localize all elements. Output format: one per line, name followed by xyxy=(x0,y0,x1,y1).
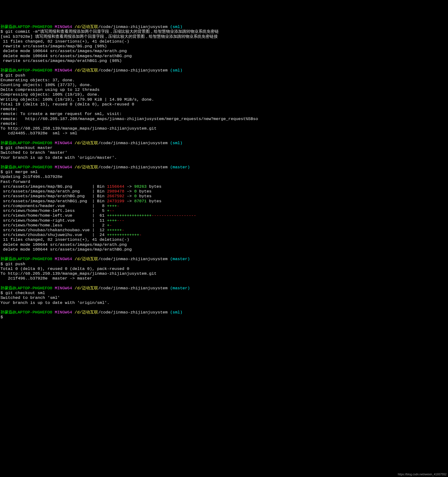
output-line: rewrite src/assets/images/map/erathBG1.p… xyxy=(0,59,122,63)
output-line: Your branch is up to date with 'origin/m… xyxy=(0,155,117,160)
output-line: delete mode 100644 src/assets/images/map… xyxy=(0,247,132,252)
arrow: -> xyxy=(124,184,134,189)
diffstat-row: src/views/zhoubao/shujuweihu.vue | 24 ++… xyxy=(0,233,142,237)
prompt-user: 孙蒙磊@LAPTOP-PHGHEFO0 xyxy=(0,165,52,170)
command-line: $ git checkout sml xyxy=(0,291,45,295)
minus-bar: - xyxy=(139,233,142,237)
output-line: Total 0 (delta 0), reused 0 (delta 0), p… xyxy=(0,267,129,271)
output-line: cd24485..b37928e sml -> sml xyxy=(0,131,77,136)
bytes-label: bytes xyxy=(137,194,151,198)
file-path: src/views/zhoubao/chakanzhoubao.vue | 12 xyxy=(0,228,107,233)
prompt-env: MINGW64 xyxy=(55,310,72,315)
cmd-text: git commit -m"填写周报和查看周报添加两个回显字段，压缩比较大的背景… xyxy=(6,30,219,34)
bytes-label: bytes xyxy=(147,199,161,203)
file-path: src/components/header.vue | 8 xyxy=(0,204,107,208)
output-line: Writing objects: 100% (19/19), 179.90 Ki… xyxy=(0,97,154,102)
diffstat-row: src/views/home/home.less | 2 +- xyxy=(0,223,112,228)
blank-line xyxy=(0,136,3,141)
prompt-env: MINGW64 xyxy=(55,286,72,291)
cmd-text: git push xyxy=(6,73,25,78)
command-line: $ git checkout master xyxy=(0,146,52,150)
output-line: remote: xyxy=(0,121,18,126)
diffstat-row: src/views/zhoubao/chakanzhoubao.vue | 12… xyxy=(0,228,124,233)
command-line: $ git merge sml xyxy=(0,170,38,174)
command-line: $ git push xyxy=(0,262,25,266)
plus-bar: +++++++++++++ xyxy=(107,233,139,237)
bin-label: | Bin xyxy=(92,189,107,194)
cmd-text: git merge sml xyxy=(6,170,38,174)
prompt-path-repo: /code/jinmao-zhijianjusystem xyxy=(98,286,167,291)
output-line: delete mode 100644 src/assets/images/map… xyxy=(0,49,127,53)
old-size: 2989478 xyxy=(107,189,124,194)
file-path: src/views/home/home-left.vue | 61 xyxy=(0,213,107,218)
file-path: src/assets/images/map/BG.png xyxy=(0,184,92,189)
prompt-path-repo: /code/jinmao-zhijianjusystem xyxy=(98,25,167,29)
prompt-env: MINGW64 xyxy=(55,165,72,170)
prompt-user: 孙蒙磊@LAPTOP-PHGHEFO0 xyxy=(0,310,52,315)
output-line: Your branch is up to date with 'origin/s… xyxy=(0,301,109,305)
old-size: 2473199 xyxy=(107,199,124,203)
bytes-label: bytes xyxy=(147,184,161,189)
minus-bar: -- xyxy=(109,209,114,213)
arrow: -> xyxy=(124,199,134,203)
file-path: src/assets/images/map/erath.png xyxy=(0,189,92,194)
bin-label: | Bin xyxy=(92,194,107,198)
prompt-line: 孙蒙磊@LAPTOP-PHGHEFO0 MINGW64 /d/迈动互联/code… xyxy=(0,286,190,291)
output-line: Compressing objects: 100% (19/19), done. xyxy=(0,92,99,97)
prompt-user: 孙蒙磊@LAPTOP-PHGHEFO0 xyxy=(0,257,52,261)
prompt-user: 孙蒙磊@LAPTOP-PHGHEFO0 xyxy=(0,68,52,73)
prompt-path-prefix: /d/迈动互联 xyxy=(75,141,98,145)
minus-bar: ------------------ xyxy=(152,213,196,218)
minus-bar: - xyxy=(109,223,112,228)
prompt-path-prefix: /d/迈动互联 xyxy=(75,165,98,170)
file-path: src/assets/images/map/erathBG.png xyxy=(0,194,92,198)
terminal[interactable]: 孙蒙磊@LAPTOP-PHGHEFO0 MINGW64 /d/迈动互联/code… xyxy=(0,19,448,320)
output-line: remote: xyxy=(0,107,18,111)
prompt-env: MINGW64 xyxy=(55,257,72,261)
output-line: To http://60.205.250.139/manage_maps/jin… xyxy=(0,271,157,276)
prompt-path-repo: /code/jinmao-zhijianjusystem xyxy=(98,257,167,261)
new-size: 98263 xyxy=(134,184,147,189)
diffstat-row: src/assets/images/map/erath.png | Bin 29… xyxy=(0,189,152,194)
plus-bar: ++++++++++++++++++ xyxy=(107,213,152,218)
command-line: $ git push xyxy=(0,73,25,78)
output-line: Counting objects: 100% (37/37), done. xyxy=(0,83,92,87)
output-line: remote: http://60.205.187.208/manage_map… xyxy=(0,117,258,121)
prompt-line: 孙蒙磊@LAPTOP-PHGHEFO0 MINGW64 /d/迈动互联/code… xyxy=(0,68,182,73)
diffstat-row: src/views/home/home-left.vue | 61 ++++++… xyxy=(0,213,196,218)
diffstat-row: src/assets/images/map/erathBG.png | Bin … xyxy=(0,194,152,198)
prompt-branch: (sml) xyxy=(170,310,182,315)
new-size: 87071 xyxy=(134,199,147,203)
minus-bar: - xyxy=(117,204,119,208)
plus-bar: ++++ xyxy=(107,218,117,223)
blank-line xyxy=(0,305,3,310)
output-line: delete mode 100644 src/assets/images/map… xyxy=(0,242,127,247)
bytes-label: bytes xyxy=(137,189,151,194)
output-line: Enumerating objects: 37, done. xyxy=(0,78,75,83)
output-line: [sml b37928e] 填写周报和查看周报添加两个回显字段，压缩比较大的背景… xyxy=(0,34,218,39)
output-line: 11 files changed, 82 insertions(+), 41 d… xyxy=(0,238,129,242)
prompt-line: 孙蒙磊@LAPTOP-PHGHEFO0 MINGW64 /d/迈动互联/code… xyxy=(0,165,190,170)
cmd-text: git push xyxy=(6,262,25,266)
output-line: Updating 2c1f496..b37928e xyxy=(0,174,62,179)
prompt-path-prefix: /d/迈动互联 xyxy=(75,310,98,315)
output-line: To http://60.205.250.139/manage_maps/jin… xyxy=(0,126,157,131)
bin-label: | Bin xyxy=(92,184,107,189)
prompt-path-prefix: /d/迈动互联 xyxy=(75,257,98,261)
prompt-path-prefix: /d/迈动互联 xyxy=(75,286,98,291)
command-line[interactable]: $ xyxy=(0,315,6,319)
prompt-user: 孙蒙磊@LAPTOP-PHGHEFO0 xyxy=(0,25,52,29)
output-line: remote: To create a merge request for sm… xyxy=(0,112,122,116)
diffstat-row: src/components/header.vue | 8 ++++- xyxy=(0,204,119,208)
blank-line xyxy=(0,281,3,286)
prompt-line: 孙蒙磊@LAPTOP-PHGHEFO0 MINGW64 /d/迈动互联/code… xyxy=(0,25,182,29)
prompt-path-prefix: /d/迈动互联 xyxy=(75,25,98,29)
prompt-env: MINGW64 xyxy=(55,141,72,145)
old-size: 2667592 xyxy=(107,194,124,198)
output-line: 11 files changed, 82 insertions(+), 41 d… xyxy=(0,39,129,44)
output-line: Delta compression using up to 12 threads xyxy=(0,88,99,92)
prompt-branch: (master) xyxy=(170,257,190,261)
prompt-line: 孙蒙磊@LAPTOP-PHGHEFO0 MINGW64 /d/迈动互联/code… xyxy=(0,310,182,315)
output-line: Switched to branch 'master' xyxy=(0,150,67,155)
minus-bar: - xyxy=(122,228,124,233)
